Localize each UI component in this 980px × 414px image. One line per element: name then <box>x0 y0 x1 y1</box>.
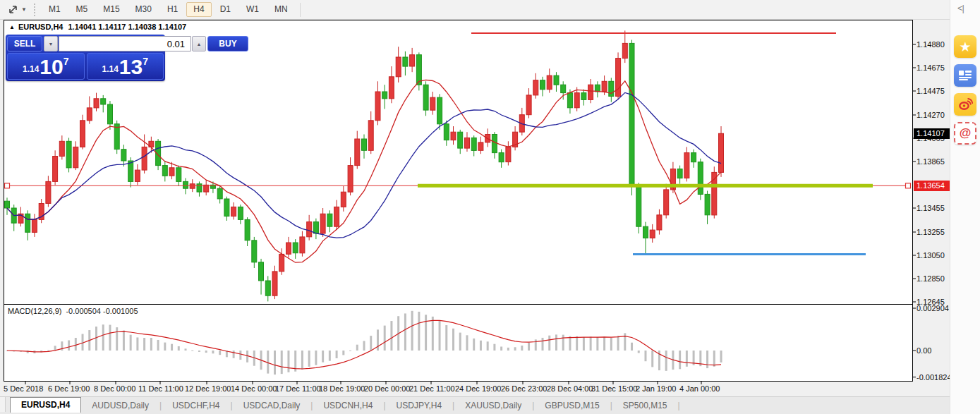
mail-at-icon[interactable]: @ <box>954 122 976 145</box>
bid-price-prefix: 1.14 <box>23 64 39 74</box>
bid-price-display[interactable]: 1.14 10 7 <box>7 53 85 80</box>
time-axis-label: 20 Dec 00:00 <box>364 384 410 393</box>
tabbar-grip[interactable] <box>0 397 6 412</box>
volume-input[interactable] <box>59 36 191 51</box>
symbol-tab-gbpusd-m15[interactable]: GBPUSD,M15 <box>534 398 610 413</box>
collapse-panel-icon[interactable]: <| <box>957 3 964 13</box>
time-axis-label: 5 Dec 2018 <box>4 384 43 393</box>
ask-price-display[interactable]: 1.14 13 7 <box>87 53 164 80</box>
time-axis-label: 8 Dec 00:00 <box>94 384 135 393</box>
macd-name: MACD(12,26,9) <box>8 307 61 315</box>
sell-button[interactable]: SELL <box>7 36 42 51</box>
tab-separator: | <box>678 398 680 413</box>
time-axis-label: 11 Dec 11:00 <box>138 384 183 393</box>
symbol-tab-bar: EURUSD,H4AUDUSD,Daily|USDCHF,H4|USDCAD,D… <box>0 396 950 414</box>
symbol-tab-xauusd-daily[interactable]: XAUUSD,Daily <box>454 398 532 413</box>
time-axis-label: 17 Dec 11:00 <box>275 384 321 393</box>
bid-price-big: 10 <box>40 56 63 78</box>
time-axis-label: 21 Dec 11:00 <box>409 384 455 393</box>
time-axis-label: 18 Dec 19:00 <box>319 384 365 393</box>
chart-title: ▲EURUSD,H41.14041 1.14117 1.14038 1.1410… <box>9 23 186 31</box>
time-axis-label: 14 Dec 00:00 <box>231 384 277 393</box>
chart-ohlc-values: 1.14041 1.14117 1.14038 1.14107 <box>68 23 187 31</box>
ask-price-sup: 7 <box>143 56 148 67</box>
favorites-star-icon[interactable]: ★ <box>954 35 976 58</box>
time-axis-label: 2 Jan 19:00 <box>636 384 677 393</box>
ask-price-prefix: 1.14 <box>102 64 118 74</box>
symbol-tab-usdcad-daily[interactable]: USDCAD,Daily <box>233 398 311 413</box>
time-axis-label: 28 Dec 04:00 <box>547 384 593 393</box>
news-feed-icon[interactable] <box>954 64 976 87</box>
chart-symbol-label: EURUSD,H4 <box>18 23 63 31</box>
time-axis-label: 26 Dec 23:00 <box>501 384 547 393</box>
volume-increase-button[interactable]: ▲ <box>192 36 206 51</box>
bid-price-sup: 7 <box>63 56 69 67</box>
time-axis-label: 6 Dec 19:00 <box>48 384 90 393</box>
symbol-tab-eurusd-h4[interactable]: EURUSD,H4 <box>10 397 81 413</box>
symbol-tab-usdcnh-h4[interactable]: USDCNH,H4 <box>313 398 383 413</box>
time-axis-label: 4 Jan 00:00 <box>679 384 720 393</box>
right-sidebar: <| ★ @ <box>950 0 980 414</box>
macd-current-values: -0.000504 -0.001005 <box>66 307 138 315</box>
time-axis-label: 31 Dec 15:00 <box>591 384 637 393</box>
weibo-icon[interactable] <box>954 93 976 116</box>
symbol-tab-usdchf-h4[interactable]: USDCHF,H4 <box>162 398 230 413</box>
weibo-glyph <box>957 97 973 112</box>
symbol-tab-usdjpy-h4[interactable]: USDJPY,H4 <box>386 398 452 413</box>
macd-indicator-label: MACD(12,26,9)-0.000504 -0.001005 <box>8 307 138 315</box>
time-axis-label: 12 Dec 19:00 <box>185 384 231 393</box>
volume-decrease-button[interactable]: ▼ <box>44 36 58 51</box>
time-axis-label: 24 Dec 19:00 <box>455 384 501 393</box>
hline-price-tag: 1.13654 <box>914 181 951 191</box>
tab-items: EURUSD,H4AUDUSD,Daily|USDCHF,H4|USDCAD,D… <box>10 397 680 413</box>
ask-price-big: 13 <box>119 56 143 78</box>
symbol-tab-sp500-m15[interactable]: SP500,M15 <box>612 398 678 413</box>
buy-button[interactable]: BUY <box>207 36 248 51</box>
symbol-tab-audusd-daily[interactable]: AUDUSD,Daily <box>81 398 159 413</box>
trading-terminal-window: ▼ M1M5M15M30H1H4D1W1MN ▲EURUSD,H41.14041… <box>0 0 980 414</box>
at-glyph: @ <box>960 126 972 140</box>
one-click-trading-panel: SELL ▼ ▲ BUY 1.14 10 7 1.14 13 7 <box>6 35 165 81</box>
panel-collapse-triangle-icon[interactable]: ▲ <box>9 24 15 30</box>
current-price-tag: 1.14107 <box>914 128 951 139</box>
news-feed-glyph <box>959 71 972 80</box>
